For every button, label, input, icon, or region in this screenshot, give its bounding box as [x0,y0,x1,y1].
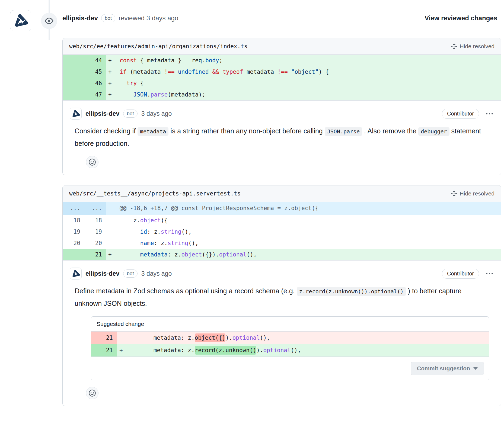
code-token: = [185,57,188,64]
diff-line: ......@@ -18,6 +18,7 @@ const ProjectRes… [63,202,501,215]
new-line-number: 44 [84,55,106,66]
code-line: metadata: z.record(z.unknown()).optional… [130,344,489,356]
diff-line: 21+ metadata: z.object({}).optional(), [63,249,501,260]
changed-token: record(z.unknown() [195,346,257,355]
code-token: (), [181,229,192,235]
suggestion-footer: Commit suggestion [91,357,489,380]
code-token: : z. [147,229,161,235]
comment-author-avatar[interactable] [70,268,82,280]
old-line-number: 20 [63,237,84,249]
code-token: metadata [140,251,168,258]
code-line: z.object({ [116,215,501,226]
comment-header: ellipsis-dev bot 3 days ago Contributor [70,108,494,120]
hide-resolved-button[interactable]: Hide resolved [451,43,495,50]
code-token [120,80,126,86]
old-line-number: 19 [63,226,84,237]
code-token: string [168,240,188,246]
bot-badge: bot [101,14,115,22]
code-token [120,251,140,258]
comment-timestamp[interactable]: 3 days ago [141,110,172,117]
diff-sign [106,237,116,249]
code-token [120,229,140,235]
reviewer-avatar[interactable] [10,10,31,31]
code-line: id: z.string(), [116,226,501,237]
bot-badge: bot [123,269,137,278]
comment-body: Define metadata in Zod schemas as option… [75,285,490,309]
code-token [120,91,133,98]
diff-line: 1919 id: z.string(), [63,226,501,237]
code-token: body [205,57,219,64]
old-line-number [63,249,84,260]
add-reaction-button[interactable] [86,387,98,399]
comment-author-name[interactable]: ellipsis-dev [85,270,119,277]
diff-line: 1818 z.object({ [63,215,501,226]
diff-sign: + [106,66,116,78]
suggested-change-block: Suggested change 21- metadata: z.object(… [91,316,489,380]
code-token: ). [225,335,232,341]
hide-resolved-label: Hide resolved [460,190,495,197]
diff-sign [106,215,116,226]
code-token [174,69,178,75]
kebab-menu-icon[interactable] [485,111,494,116]
new-line-number: 47 [84,89,106,100]
review-action-text: reviewed 3 days ago [119,14,178,22]
comment-author-avatar[interactable] [70,108,82,120]
diff-sign [106,226,116,237]
code-token: (), [247,251,257,258]
code-token: && [212,69,219,75]
changed-token: object({} [195,333,226,342]
bot-badge: bot [123,110,137,118]
inline-code: z.record(z.unknown()).optional() [297,287,406,296]
code-token: undefined [178,69,209,75]
diff-sign [106,202,116,215]
hide-resolved-button[interactable]: Hide resolved [451,190,495,197]
body-text: is a string rather than any non-object b… [168,127,324,135]
code-token: (), [260,335,270,341]
add-reaction-button[interactable] [86,156,98,168]
body-text: . Also remove the [362,127,418,135]
new-line-number: 19 [84,226,106,237]
code-token [288,69,291,75]
comment-author-name[interactable]: ellipsis-dev [85,110,119,117]
old-line-number [63,78,84,89]
new-line-number: 21 [84,249,106,260]
eye-icon [45,17,53,25]
code-token: optional [232,335,260,341]
kebab-menu-icon[interactable] [485,271,494,276]
view-reviewed-changes-link[interactable]: View reviewed changes [425,14,497,22]
code-line: const { metadata } = req.body; [116,55,501,66]
file-path-link[interactable]: web/src/__tests__/async/projects-api.ser… [69,190,241,197]
code-token: const [120,57,137,64]
diff-block: ......@@ -18,6 +18,7 @@ const ProjectRes… [63,202,501,261]
code-token: object [181,251,202,258]
diff-sign: + [106,89,116,100]
diff-block: 44+const { metadata } = req.body;45+if (… [63,55,501,101]
contributor-badge: Contributor [442,269,479,279]
diff-sign: - [117,332,130,344]
smiley-icon [88,389,96,397]
old-line-number: 18 [63,215,84,226]
code-token: metadata: z. [133,347,195,354]
caret-down-icon [473,367,478,370]
reviewer-name-link[interactable]: ellipsis-dev [62,14,98,22]
commit-suggestion-button[interactable]: Commit suggestion [411,362,484,375]
unfold-icon [451,43,457,50]
review-thread-card: web/src/ee/features/admin-api/organizati… [62,38,501,175]
review-comment: ellipsis-dev bot 3 days ago Contributor … [63,261,501,406]
diff-line: 44+const { metadata } = req.body; [63,55,501,66]
code-token: !== [164,69,174,75]
diff-line: 47+ JSON.parse(metadata); [63,89,501,100]
suggestion-diff-line: 21- metadata: z.object({}).optional(), [91,332,489,344]
code-line: try { [116,78,501,89]
inline-code: JSON.parse [325,127,362,136]
code-token: string [161,229,181,235]
code-token: : z. [154,240,168,246]
review-comment: ellipsis-dev bot 3 days ago Contributor … [63,101,501,175]
code-token: name [140,240,154,246]
review-header: ellipsis-dev bot reviewed 3 days ago Vie… [62,14,497,22]
comment-timestamp[interactable]: 3 days ago [141,270,172,277]
hide-resolved-label: Hide resolved [460,43,495,50]
file-header: web/src/__tests__/async/projects-api.ser… [63,185,501,202]
file-path-link[interactable]: web/src/ee/features/admin-api/organizati… [69,43,247,50]
diff-sign: + [106,78,116,89]
